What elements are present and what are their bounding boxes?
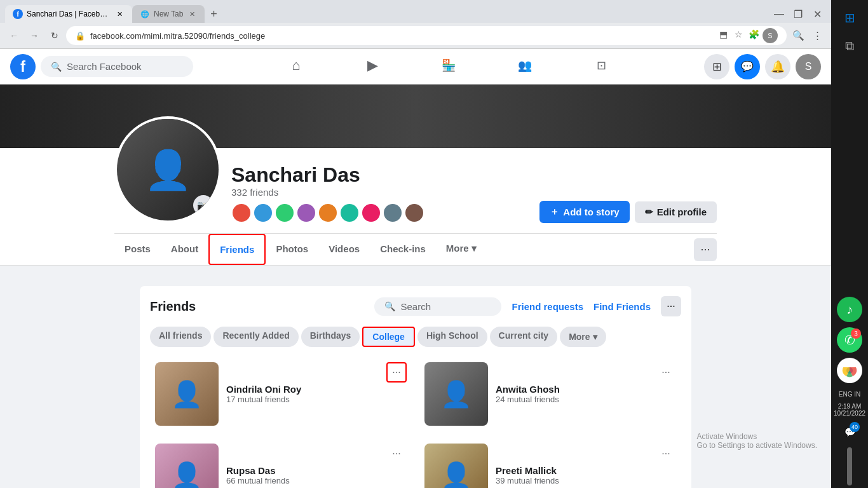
posts-label: Posts <box>125 243 151 254</box>
facebook-nav: ⌂ ▶ 🏪 👥 ⊡ <box>193 50 704 83</box>
facebook-logo[interactable]: f <box>10 54 36 79</box>
activate-windows-sub: Go to Settings to activate Windows. <box>697 441 817 450</box>
friend-requests-link[interactable]: Friend requests <box>512 301 583 312</box>
nav-friends[interactable]: Friends <box>208 234 266 265</box>
friends-title: Friends <box>150 299 196 314</box>
profile-name-block: Sanchari Das 332 friends <box>231 163 539 223</box>
friend-card-preeti[interactable]: 👤 Preeti Mallick 39 mutual friends ··· <box>419 438 681 488</box>
profile-nav-ellipsis[interactable]: ··· <box>694 238 717 261</box>
reload-button[interactable]: ↻ <box>46 27 64 44</box>
window-maximize-button[interactable]: ❐ <box>789 5 807 23</box>
newtab-favicon: 🌐 <box>140 9 150 19</box>
window-minimize-button[interactable]: — <box>770 5 788 23</box>
whatsapp-badge: 3 <box>851 329 861 339</box>
nav-groups[interactable]: 👥 <box>489 50 560 83</box>
friends-container: Friends 🔍 Search Friend requests Find Fr… <box>140 286 691 488</box>
filter-high-school[interactable]: High School <box>417 327 487 347</box>
friend-options-button-anwita[interactable]: ··· <box>656 362 676 383</box>
search-bar[interactable]: 🔍 Search Facebook <box>41 56 193 77</box>
nav-gaming[interactable]: ⊡ <box>566 50 637 83</box>
recently-added-label: Recently Added <box>222 330 289 341</box>
current-city-label: Current city <box>499 330 549 341</box>
nav-home[interactable]: ⌂ <box>261 50 332 83</box>
friend-avatar-5 <box>318 203 338 223</box>
edit-profile-button[interactable]: ✏ Edit profile <box>635 201 717 223</box>
nav-checkins[interactable]: Check-ins <box>370 234 436 265</box>
browser-menu-icon[interactable]: ⋮ <box>808 27 826 44</box>
find-friends-link[interactable]: Find Friends <box>593 301 651 312</box>
windows-start-icon[interactable]: ⊞ <box>837 5 862 30</box>
add-to-story-label: Add to story <box>563 207 619 217</box>
tab-close-newtab[interactable]: ✕ <box>187 9 197 19</box>
camera-button[interactable]: 📷 <box>193 195 214 215</box>
friend-info-anwita: Anwita Ghosh 24 mutual friends <box>496 384 676 404</box>
nav-marketplace[interactable]: 🏪 <box>413 50 484 83</box>
browser-tab-facebook[interactable]: f Sanchari Das | Facebook ✕ <box>5 5 132 23</box>
friend-card-oindrila[interactable]: 👤 Oindrila Oni Roy 17 mutual friends ··· <box>150 357 412 431</box>
filter-birthdays[interactable]: Birthdays <box>301 327 360 347</box>
friends-header: Friends 🔍 Search Friend requests Find Fr… <box>150 296 681 316</box>
profile-actions: ＋ Add to story ✏ Edit profile <box>539 201 717 223</box>
window-close-button[interactable]: ✕ <box>808 5 826 23</box>
friend-options-button-oindrila[interactable]: ··· <box>386 362 407 383</box>
profile-icon-addr[interactable]: S <box>763 28 778 43</box>
high-school-label: High School <box>426 330 478 341</box>
filter-more[interactable]: More ▾ <box>560 327 606 347</box>
language-indicator[interactable]: ENG IN <box>839 391 860 398</box>
friend-image-oindrila: 👤 <box>155 362 219 426</box>
nav-about[interactable]: About <box>161 234 208 265</box>
friend-image-preeti: 👤 <box>424 444 488 488</box>
nav-watch[interactable]: ▶ <box>337 50 408 83</box>
filter-all-friends[interactable]: All friends <box>150 327 211 347</box>
extensions-icon[interactable]: 🧩 <box>747 28 760 41</box>
address-bar[interactable]: 🔒 facebook.com/mimi.mitra.52090/friends_… <box>66 26 787 45</box>
filter-college[interactable]: College <box>362 327 415 347</box>
friend-options-button-rupsa[interactable]: ··· <box>386 444 407 464</box>
apps-button[interactable]: ⊞ <box>704 54 729 79</box>
profile-picture[interactable]: 👤 📷 <box>114 116 221 223</box>
whatsapp-icon[interactable]: ✆ 3 <box>837 327 862 353</box>
friend-avatar-9 <box>404 203 424 223</box>
friend-card-anwita[interactable]: 👤 Anwita Ghosh 24 mutual friends ··· <box>419 357 681 431</box>
profile-avatar[interactable]: S <box>796 54 821 79</box>
scrollbar-thumb[interactable] <box>847 447 852 485</box>
friends-options-button[interactable]: ··· <box>661 296 681 316</box>
friend-card-rupsa[interactable]: 👤 Rupsa Das 66 mutual friends ··· <box>150 438 412 488</box>
add-to-story-button[interactable]: ＋ Add to story <box>539 201 629 223</box>
new-tab-button[interactable]: + <box>205 5 222 23</box>
nav-posts[interactable]: Posts <box>114 234 161 265</box>
search-icon: 🔍 <box>51 62 62 72</box>
tab-title-newtab: New Tab <box>154 10 183 18</box>
nav-videos[interactable]: Videos <box>318 234 370 265</box>
profile-silhouette-icon: 👤 <box>144 147 192 193</box>
messenger-button[interactable]: 💬 <box>735 54 760 79</box>
header-actions: ⊞ 💬 🔔 S <box>704 54 821 79</box>
friend-mutual-anwita: 24 mutual friends <box>496 395 676 404</box>
cast-icon[interactable]: ⬒ <box>717 28 729 41</box>
filter-current-city[interactable]: Current city <box>490 327 558 347</box>
star-icon[interactable]: ☆ <box>732 28 745 41</box>
back-button[interactable]: ← <box>5 27 23 44</box>
clock-widget[interactable]: 2:19 AM 10/21/2022 <box>834 403 865 417</box>
photos-label: Photos <box>276 243 308 254</box>
search-placeholder: Search Facebook <box>67 61 142 72</box>
browser-tab-newtab[interactable]: 🌐 New Tab ✕ <box>132 5 205 23</box>
facebook-favicon: f <box>13 9 23 19</box>
nav-more[interactable]: More ▾ <box>436 234 487 265</box>
friends-grid: 👤 Oindrila Oni Roy 17 mutual friends ···… <box>150 357 681 488</box>
chrome-icon[interactable] <box>837 358 862 383</box>
friend-avatar-4 <box>296 203 316 223</box>
browser-search-icon[interactable]: 🔍 <box>789 27 807 44</box>
about-label: About <box>171 243 198 254</box>
friends-search-bar[interactable]: 🔍 Search <box>374 297 501 316</box>
task-view-icon[interactable]: ⧉ <box>837 33 862 58</box>
friend-options-button-preeti[interactable]: ··· <box>656 444 676 464</box>
forward-button[interactable]: → <box>25 27 43 44</box>
notifications-button[interactable]: 🔔 <box>765 54 790 79</box>
tab-close-facebook[interactable]: ✕ <box>114 9 125 19</box>
spotify-icon[interactable]: ♪ <box>837 297 862 322</box>
clock-date: 10/21/2022 <box>834 410 865 417</box>
nav-photos[interactable]: Photos <box>266 234 318 265</box>
windows-notification-icon[interactable]: 💬 40 <box>837 419 862 445</box>
filter-recently-added[interactable]: Recently Added <box>214 327 298 347</box>
